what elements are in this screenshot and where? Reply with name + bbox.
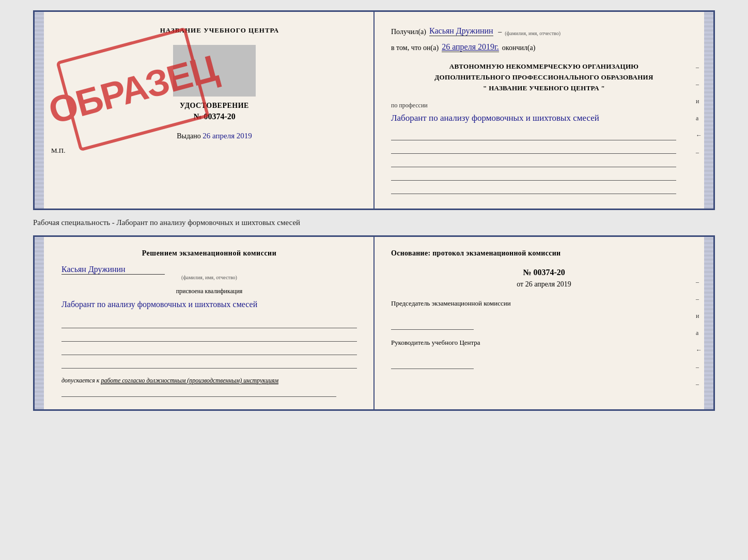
director-signature-line — [391, 360, 474, 369]
bottom-title: Решением экзаменационной комиссии — [61, 249, 357, 258]
allowed-label: допускается к — [61, 377, 99, 384]
director-block: Руководитель учебного Центра — [391, 338, 697, 369]
director-label: Руководитель учебного Центра — [391, 338, 697, 347]
org-line1: АВТОНОМНУЮ НЕКОММЕРЧЕСКУЮ ОРГАНИЗАЦИЮ — [391, 61, 697, 72]
issued-label: Выдано — [177, 132, 201, 140]
in-that-label: в том, что он(а) — [391, 44, 439, 52]
right-line-5 — [391, 184, 676, 194]
right-line-1 — [391, 130, 676, 140]
qualification-text: Лаборант по анализу формовочных и шихтов… — [61, 298, 357, 311]
edge-char-4: а — [696, 115, 702, 122]
org-text: АВТОНОМНУЮ НЕКОММЕРЧЕСКУЮ ОРГАНИЗАЦИЮ ДО… — [391, 61, 697, 93]
finished-label: окончил(а) — [502, 44, 536, 52]
date-completed: 26 апреля 2019г. — [442, 42, 499, 52]
edge-b-3: и — [696, 312, 702, 320]
edge-b-7: – — [696, 380, 702, 388]
bottom-line-2 — [61, 332, 357, 342]
date-line: в том, что он(а) 26 апреля 2019г. окончи… — [391, 42, 697, 52]
chairman-label: Председатель экзаменационной комиссии — [391, 299, 697, 308]
issued-date: 26 апреля 2019 — [202, 132, 252, 140]
top-right-panel: Получил(а) Касьян Дружинин – (фамилия, и… — [375, 12, 713, 209]
bottom-lines — [61, 319, 357, 369]
chairman-block: Председатель экзаменационной комиссии — [391, 299, 697, 330]
edge-b-1: – — [696, 278, 702, 286]
right-edge-text: – – и а ← – — [696, 63, 702, 156]
between-label: Рабочая специальность - Лаборант по анал… — [33, 216, 715, 229]
protocol-date-value: 26 апреля 2019 — [525, 280, 571, 288]
recipient-name: Касьян Дружинин — [429, 26, 493, 36]
protocol-number: № 00374-20 — [391, 268, 697, 277]
basis-label: Основание: протокол экзаменационной коми… — [391, 249, 697, 258]
bottom-line-1 — [61, 319, 357, 328]
edge-b-2: – — [696, 295, 702, 303]
edge-b-6: – — [696, 363, 702, 371]
edge-b-4: а — [696, 329, 702, 337]
org-line2: ДОПОЛНИТЕЛЬНОГО ПРОФЕССИОНАЛЬНОГО ОБРАЗО… — [391, 72, 697, 83]
edge-b-5: ← — [696, 346, 702, 354]
cert-number: № 00374-20 — [61, 112, 367, 121]
right-line-4 — [391, 170, 676, 181]
bottom-fio-small: (фамилия, имя, отчество) — [61, 275, 357, 280]
edge-char-3: и — [696, 98, 702, 105]
cert-subtitle: УДОСТОВЕРЕНИЕ — [61, 102, 367, 110]
dash: – — [496, 28, 502, 36]
profession-label: по профессии — [391, 102, 676, 109]
name-field: Касьян Дружинин (фамилия, имя, отчество) — [61, 265, 357, 280]
right-edge-text-bottom: – – и а ← – – — [696, 278, 702, 388]
cert-issued: Выдано 26 апреля 2019 — [61, 132, 367, 140]
top-document: НАЗВАНИЕ УЧЕБНОГО ЦЕНТРА УДОСТОВЕРЕНИЕ №… — [33, 10, 715, 210]
edge-char-2: – — [696, 81, 702, 88]
qualification-label: присвоена квалификация — [61, 287, 357, 295]
recipient-line: Получил(а) Касьян Дружинин – (фамилия, и… — [391, 26, 697, 36]
bottom-name: Касьян Дружинин — [61, 265, 165, 275]
received-label: Получил(а) — [391, 28, 426, 36]
mp-label: М.П. — [51, 147, 357, 155]
date-prefix: от — [517, 280, 523, 288]
edge-char-6: – — [696, 149, 702, 156]
bottom-left-panel: Решением экзаменационной комиссии Касьян… — [35, 237, 375, 409]
edge-char-1: – — [696, 63, 702, 71]
chairman-signature-line — [391, 321, 474, 330]
right-line-3 — [391, 157, 676, 167]
bottom-right-panel: Основание: протокол экзаменационной коми… — [375, 237, 713, 409]
fio-small: (фамилия, имя, отчество) — [505, 30, 560, 36]
top-left-panel: НАЗВАНИЕ УЧЕБНОГО ЦЕНТРА УДОСТОВЕРЕНИЕ №… — [35, 12, 375, 209]
allowed-text-block: допускается к работе согласно должностны… — [61, 377, 357, 385]
allowed-line — [61, 388, 336, 397]
bottom-line-3 — [61, 346, 357, 355]
protocol-date: от 26 апреля 2019 — [391, 280, 697, 289]
org-line3: " НАЗВАНИЕ УЧЕБНОГО ЦЕНТРА " — [391, 83, 697, 94]
right-line-2 — [391, 143, 676, 154]
bottom-document: Решением экзаменационной комиссии Касьян… — [33, 235, 715, 411]
edge-char-5: ← — [696, 132, 702, 139]
top-cert-title: НАЗВАНИЕ УЧЕБНОГО ЦЕНТРА — [72, 26, 367, 35]
allowed-text: работе согласно должностным (производств… — [101, 377, 278, 385]
profession-text: Лаборант по анализу формовочных и шихтов… — [391, 111, 676, 125]
bottom-line-4 — [61, 359, 357, 369]
photo-placeholder — [173, 45, 256, 97]
